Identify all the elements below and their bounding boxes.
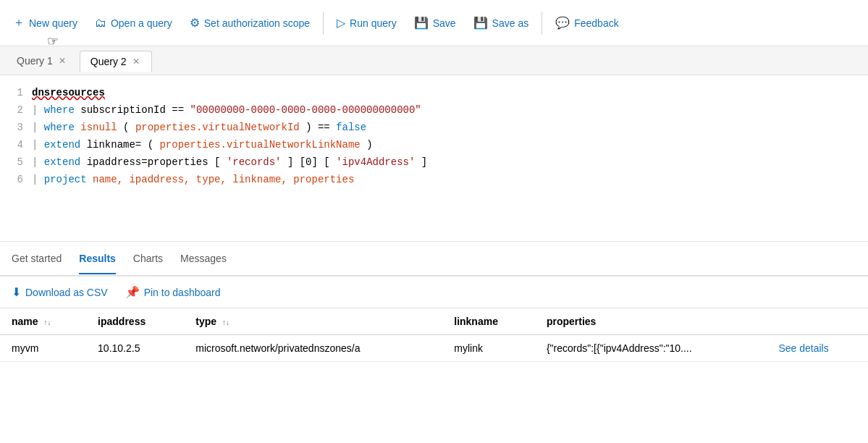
value-false: false — [336, 122, 366, 133]
query-tab-2-label: Query 2 — [90, 56, 127, 67]
pin-dashboard-label: Pin to dashboard — [144, 287, 221, 298]
line-content-2: | where subscriptionId == "00000000-0000… — [32, 101, 856, 119]
resource-keyword: dnsresources — [32, 87, 105, 98]
paren-open-3: ( — [123, 122, 129, 133]
cell-name: myvm — [0, 335, 86, 362]
separator-2 — [542, 12, 542, 35]
tab-get-started[interactable]: Get started — [12, 244, 62, 274]
open-query-button[interactable]: 🗂 Open a query — [88, 12, 180, 34]
cell-see-details[interactable]: See details — [767, 335, 868, 362]
new-query-button[interactable]: ＋ New query — [6, 11, 85, 35]
editor-line-2: 2 | where subscriptionId == "00000000-00… — [12, 101, 856, 119]
bracket-open-1: [ — [214, 156, 220, 168]
set-auth-button[interactable]: ⚙ Set authorization scope — [182, 12, 317, 34]
bracket-open-3: [ — [324, 156, 329, 168]
table-body: myvm 10.10.2.5 microsoft.network/private… — [0, 335, 868, 362]
separator-1 — [323, 12, 324, 35]
sort-icon-name: ↑↓ — [43, 318, 51, 326]
prop-virtualnetworklink: properties.virtualNetworkLinkName — [159, 139, 360, 151]
tab-results-label: Results — [79, 253, 116, 264]
cursor-indicator: ☞ — [47, 33, 59, 49]
editor-line-1: 1 dnsresources — [12, 84, 856, 101]
download-csv-label: Download as CSV — [25, 287, 108, 298]
pin-dashboard-button[interactable]: 📌 Pin to dashboard — [125, 285, 221, 299]
op-eq-2: == — [172, 104, 190, 116]
fn-isnull: isnull — [80, 122, 117, 133]
tab-messages[interactable]: Messages — [180, 244, 227, 274]
tab-results[interactable]: Results — [79, 244, 116, 274]
code-editor[interactable]: 1 dnsresources 2 | where subscriptionId … — [0, 75, 868, 242]
line-num-3: 3 — [12, 119, 23, 136]
editor-line-4: 4 | extend linkname= ( properties.virtua… — [12, 136, 856, 153]
line-content-6: | project name, ipaddress, type, linknam… — [32, 171, 856, 188]
paren-open-4: ( — [148, 139, 153, 151]
col-header-actions — [767, 308, 868, 335]
pin-icon: 📌 — [125, 285, 140, 299]
editor-line-3: 3 | where isnull ( properties.virtualNet… — [12, 119, 856, 136]
prop-virtualnetworkid: properties.virtualNetworkId — [135, 122, 300, 133]
kw-extend-4: extend — [44, 139, 87, 151]
line-num-6: 6 — [12, 171, 23, 188]
pipe-2: | — [32, 104, 38, 116]
paren-close-3: ) — [306, 122, 311, 133]
query-tab-2-close[interactable]: ✕ — [131, 56, 141, 67]
tab-get-started-label: Get started — [12, 253, 62, 264]
save-as-label: Save as — [492, 17, 529, 29]
toolbar: ＋ New query ☞ 🗂 Open a query ⚙ Set autho… — [0, 0, 868, 46]
col-header-properties: properties — [535, 308, 767, 335]
pipe-4: | — [32, 139, 38, 151]
kw-where-2: where — [44, 104, 80, 116]
line-content-1: dnsresources — [32, 84, 856, 101]
query-tab-1[interactable]: Query 1 ✕ — [6, 50, 78, 71]
cell-properties: {"records":[{"ipv4Address":"10.... — [535, 335, 767, 362]
result-tabs-bar: Get started Results Charts Messages — [0, 242, 868, 277]
set-auth-label: Set authorization scope — [204, 17, 310, 29]
field-subscriptionid: subscriptionId — [80, 104, 166, 116]
feedback-button[interactable]: 💬 Feedback — [548, 12, 625, 34]
results-table: name ↑↓ ipaddress type ↑↓ linkname prope… — [0, 308, 868, 362]
query-tab-1-label: Query 1 — [17, 55, 53, 67]
editor-line-6: 6 | project name, ipaddress, type, linkn… — [12, 171, 856, 188]
line-content-3: | where isnull ( properties.virtualNetwo… — [32, 119, 856, 136]
save-button[interactable]: 💾 Save — [407, 12, 463, 34]
feedback-icon: 💬 — [555, 16, 570, 30]
save-label: Save — [433, 17, 456, 29]
tab-charts-label: Charts — [133, 253, 163, 264]
col-header-type[interactable]: type ↑↓ — [184, 308, 442, 335]
run-query-label: Run query — [350, 17, 397, 29]
save-icon: 💾 — [414, 16, 429, 30]
pipe-3: | — [32, 122, 38, 133]
run-query-button[interactable]: ▷ Run query — [329, 12, 404, 34]
pipe-6: | — [32, 174, 38, 185]
bracket-close-1: ] — [287, 156, 293, 168]
cell-type: microsoft.network/privatednszones/a — [184, 335, 442, 362]
see-details-link[interactable]: See details — [778, 342, 828, 354]
save-as-button[interactable]: 💾 Save as — [466, 12, 536, 34]
kw-project: project — [44, 174, 93, 185]
query-tab-1-close[interactable]: ✕ — [57, 55, 67, 67]
plus-icon: ＋ — [13, 15, 25, 30]
bracket-close-3: ] — [421, 156, 427, 168]
proj-fields: name, ipaddress, type, linkname, propert… — [93, 174, 354, 185]
query-tab-2[interactable]: Query 2 ✕ — [80, 51, 152, 72]
feedback-label: Feedback — [574, 17, 618, 29]
col-header-name[interactable]: name ↑↓ — [0, 308, 86, 335]
tab-messages-label: Messages — [180, 253, 227, 264]
line-num-4: 4 — [12, 136, 23, 153]
results-actions-bar: ⬇ Download as CSV 📌 Pin to dashboard — [0, 277, 868, 308]
kw-where-3: where — [44, 122, 80, 133]
line-content-5: | extend ipaddress=properties [ 'records… — [32, 153, 856, 171]
table-row: myvm 10.10.2.5 microsoft.network/private… — [0, 335, 868, 362]
download-csv-button[interactable]: ⬇ Download as CSV — [12, 285, 108, 299]
str-records: 'records' — [227, 156, 282, 168]
line-content-4: | extend linkname= ( properties.virtualN… — [32, 136, 856, 153]
line-num-5: 5 — [12, 153, 23, 171]
tab-charts[interactable]: Charts — [133, 244, 163, 274]
kw-extend-5: extend — [44, 156, 87, 168]
play-icon: ▷ — [337, 16, 345, 30]
cell-ipaddress: 10.10.2.5 — [86, 335, 184, 362]
cell-linkname: mylink — [442, 335, 535, 362]
bracket-open-2: [0] — [300, 156, 318, 168]
open-query-label: Open a query — [111, 17, 172, 29]
var-ipaddress: ipaddress=properties — [87, 156, 208, 168]
